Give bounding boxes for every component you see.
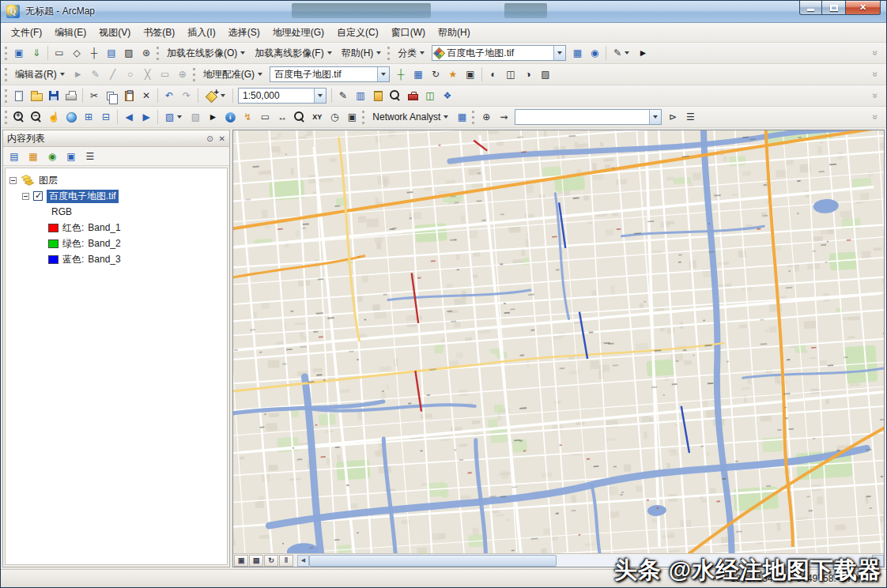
analysis-properties-button[interactable]: ☰ (681, 108, 699, 126)
zoom-out-button[interactable]: − (28, 108, 45, 126)
back-extent-button[interactable]: ◀ (120, 108, 138, 126)
toolbar-overflow-button[interactable]: » (866, 87, 884, 104)
pause-drawing-button[interactable]: ‖ (279, 555, 293, 567)
create-network-location-button[interactable]: ⊕ (477, 108, 495, 126)
time-slider-button[interactable]: ◷ (326, 108, 343, 126)
classify-menu[interactable]: 分类 (393, 45, 429, 62)
toolbar-grip[interactable] (387, 47, 390, 60)
georeferencing-layer-combo[interactable]: 百度电子地图.tif (270, 66, 390, 82)
draw-polygon-button[interactable]: ◇ (68, 44, 85, 62)
paste-button[interactable] (120, 87, 138, 104)
delete-button[interactable]: ✕ (138, 87, 155, 104)
select-features-button[interactable]: ▧ (160, 110, 187, 124)
editor-toolbar-toggle-button[interactable]: ✎ (334, 87, 352, 104)
menu-item-customize[interactable]: 自定义(C) (330, 23, 385, 43)
toolbox-button[interactable] (404, 87, 421, 104)
menu-item-view[interactable]: 视图(V) (92, 23, 137, 43)
html-popup-button[interactable]: ▭ (256, 108, 274, 126)
layer-combo-dropdown[interactable] (553, 46, 565, 60)
data-view-button[interactable]: ▣ (234, 555, 248, 567)
menu-item-window[interactable]: 窗口(W) (385, 23, 432, 43)
list-by-selection-button[interactable]: ▣ (62, 148, 80, 165)
draw-rectangle-button[interactable]: ▭ (51, 44, 68, 62)
network-analyst-window-button[interactable]: ▦ (453, 108, 470, 126)
menu-item-bookmarks[interactable]: 书签(B) (137, 23, 181, 43)
layer-visibility-checkbox[interactable] (33, 191, 43, 201)
measure-button[interactable]: ↔ (274, 108, 291, 126)
sketch-tool-button[interactable]: ✎ (87, 66, 104, 83)
model-builder-button[interactable]: ❖ (439, 87, 456, 104)
close-button[interactable]: ✕ (845, 1, 881, 15)
toolbar-grip[interactable] (5, 68, 7, 81)
toolbar-grip[interactable] (5, 111, 7, 124)
hyperlink-button[interactable]: ↯ (239, 108, 256, 126)
zoom-in-button[interactable]: + (10, 108, 28, 126)
georeferencing-layer-dropdown[interactable] (377, 67, 389, 81)
toolbar-grip[interactable] (5, 47, 7, 60)
save-button[interactable] (45, 87, 62, 104)
layer-name[interactable]: 百度电子地图.tif (47, 190, 119, 203)
scrollbar-thumb[interactable] (309, 555, 557, 567)
sketch-properties-button[interactable]: ✎ (609, 46, 634, 60)
find-button[interactable] (291, 108, 308, 126)
plugin-help-menu[interactable]: 帮助(H) (337, 45, 387, 62)
toolbar-grip[interactable] (362, 111, 364, 124)
layout-view-button[interactable]: ▤ (249, 555, 263, 567)
list-by-drawing-order-button[interactable]: ▤ (6, 148, 23, 165)
toolbar-overflow-button[interactable]: » (866, 66, 884, 83)
go-to-xy-button[interactable]: XY (308, 108, 326, 126)
menu-item-selection[interactable]: 选择(S) (222, 23, 266, 43)
solve-button[interactable]: ⊳ (664, 108, 681, 126)
zoom-to-layer-button[interactable]: ◉ (586, 44, 603, 62)
clear-selection-button[interactable]: ▧ (187, 108, 204, 126)
toc-options-button[interactable]: ☰ (81, 148, 99, 165)
map-canvas[interactable] (233, 130, 884, 553)
map-scale-combo[interactable]: 1:50,000 (238, 88, 326, 104)
collapse-expander[interactable] (9, 177, 17, 184)
minimize-button[interactable] (799, 1, 822, 15)
menu-item-edit[interactable]: 编辑(E) (48, 23, 92, 43)
layer-combo[interactable]: 百度电子地图.tif (432, 45, 566, 61)
load-offline-imagery-menu[interactable]: 加载离线影像(F) (250, 45, 336, 62)
layers-group-row[interactable]: 图层 (7, 172, 225, 188)
new-document-button[interactable] (10, 87, 28, 104)
network-dataset-dropdown[interactable] (649, 110, 661, 124)
pan-button[interactable]: ☝ (45, 108, 62, 126)
redo-button[interactable]: ↷ (178, 87, 195, 104)
maximize-button[interactable] (822, 1, 845, 15)
viewer-window-button[interactable]: ▣ (343, 108, 360, 126)
map-window-button[interactable]: ▣ (10, 44, 28, 62)
refresh-view-button[interactable]: ↻ (264, 555, 278, 567)
menu-item-file[interactable]: 文件(F) (5, 23, 48, 43)
toolbar-grip[interactable] (193, 68, 195, 81)
list-by-source-button[interactable]: ▦ (25, 148, 42, 165)
rectangle-tool-button[interactable]: ▭ (157, 66, 174, 83)
open-document-button[interactable] (28, 87, 45, 104)
cut-button[interactable]: ✂ (85, 87, 103, 104)
toolbar-grip[interactable] (157, 47, 159, 60)
update-georeferencing-button[interactable]: ▣ (462, 66, 479, 83)
catalog-button[interactable] (369, 87, 387, 104)
settings-button[interactable]: ⊛ (138, 44, 155, 62)
menu-item-help[interactable]: 帮助(H) (432, 23, 477, 43)
python-button[interactable]: ◫ (421, 87, 439, 104)
select-elements-button[interactable]: ► (204, 108, 221, 126)
map-viewport[interactable]: ▣ ▤ ↻ ‖ ◀ ▶ (232, 130, 885, 567)
image-grid-button[interactable]: ▨ (120, 44, 138, 62)
undo-button[interactable]: ↶ (160, 87, 178, 104)
swipe-layer-button[interactable]: ◫ (502, 66, 519, 83)
flicker-button[interactable]: ◑ (519, 66, 537, 83)
add-control-points-button[interactable]: ┼ (392, 66, 410, 83)
toc-close-icon[interactable]: ✕ (219, 134, 225, 143)
circle-tool-button[interactable]: ○ (122, 66, 139, 83)
contrast-button[interactable]: ◐ (485, 66, 502, 83)
menu-item-insert[interactable]: 插入(I) (181, 23, 221, 43)
full-extent-button[interactable] (62, 108, 80, 126)
toolbar-overflow-button[interactable]: » (866, 44, 884, 62)
table-of-contents-button[interactable]: ▥ (352, 87, 369, 104)
directions-button[interactable]: ⇝ (495, 108, 512, 126)
transparency-button[interactable]: ▨ (537, 66, 554, 83)
coordinate-button[interactable]: ┼ (85, 44, 103, 62)
intersect-tool-button[interactable]: ╳ (139, 66, 157, 83)
download-map-button[interactable]: ⇓ (28, 44, 45, 62)
